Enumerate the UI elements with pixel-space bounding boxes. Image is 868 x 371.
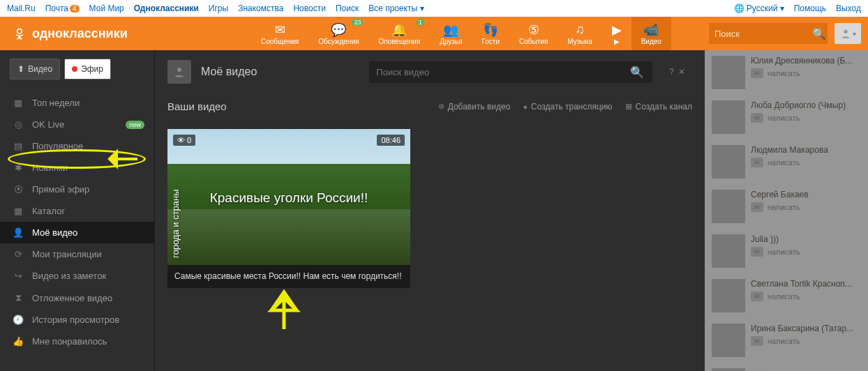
friend-avatar[interactable] (712, 56, 745, 89)
topbar-moimir[interactable]: Мой Мир (89, 3, 124, 13)
topbar-mail[interactable]: Почта4 (45, 3, 80, 13)
friend-avatar[interactable] (712, 368, 745, 371)
sidebar-item-моё-видео[interactable]: 👤Моё видео (0, 222, 154, 243)
video-caption: Самые красивые места России!! Нам есть ч… (167, 265, 410, 288)
sidebar-item-ok-live[interactable]: ◎OK Livenew (0, 114, 154, 135)
sidebar-item-видео-из-заметок[interactable]: ↪Видео из заметок (0, 265, 154, 287)
topbar-language[interactable]: 🌐 Русский ▾ (734, 3, 784, 13)
nav-icon: 🔔 (391, 22, 407, 38)
friend-write-button[interactable]: ✉ написать (751, 158, 861, 167)
friend-name[interactable]: Сергей Бакаев (751, 190, 861, 199)
friend-name[interactable]: Людмила Макарова (751, 145, 861, 155)
friend-write-button[interactable]: ✉ написать (751, 202, 861, 212)
friend-name[interactable]: Юлия Дресвянникова (Б... (751, 56, 861, 66)
menu-label: Прямой эфир (32, 184, 89, 195)
friend-item: Julia ))) ✉ написать (705, 229, 868, 273)
friend-avatar[interactable] (712, 100, 745, 134)
mail-badge: 4 (70, 5, 80, 13)
upload-video-button[interactable]: ⬆Видео (10, 59, 60, 80)
start-live-button[interactable]: Эфир (64, 59, 111, 80)
nav-icon: ⑤ (528, 22, 539, 38)
friend-write-button[interactable]: ✉ написать (751, 292, 861, 301)
action-icon: ● (523, 103, 527, 111)
friend-name[interactable]: Светлана Tortik Красноп... (751, 279, 861, 289)
menu-icon: ⧗ (13, 292, 24, 303)
action-добавить-видео[interactable]: ⊕Добавить видео (438, 102, 511, 112)
action-создать-трансляцию[interactable]: ●Создать трансляцию (523, 102, 612, 112)
topbar-search[interactable]: Поиск (336, 3, 359, 13)
nav-сообщения[interactable]: ✉Сообщения (251, 17, 308, 50)
video-sidebar: ⬆Видео Эфир ▦Топ недели◎OK Livenew▤Попул… (0, 50, 155, 371)
topbar-exit[interactable]: Выход (836, 3, 861, 13)
sidebar-item-отложенное-видео[interactable]: ⧗Отложенное видео (0, 287, 154, 309)
friend-name[interactable]: Ирина Баксарина (Татар... (751, 324, 861, 333)
close-button[interactable]: ✕ (678, 67, 685, 77)
envelope-icon: ✉ (751, 247, 763, 257)
nav-друзья[interactable]: 👥Друзья (430, 17, 472, 50)
globe-icon: 🌐 (734, 3, 744, 13)
nav-label: Гости (482, 38, 500, 45)
friend-write-button[interactable]: ✉ написать (751, 68, 861, 78)
duration-badge: 08:46 (377, 135, 405, 146)
friend-avatar[interactable] (712, 324, 745, 357)
user-avatar[interactable] (167, 60, 191, 84)
menu-label: Мои трансляции (32, 249, 102, 259)
sidebar-item-мои-трансляции[interactable]: ⟳Мои трансляции (0, 243, 154, 265)
video-content: Моё видео 🔍 ? ✕ Ваши видео ⊕Добавить вид… (155, 50, 705, 371)
search-icon[interactable]: 🔍 (812, 27, 826, 40)
topbar-mailru[interactable]: Mail.Ru (7, 3, 36, 13)
sidebar-item-популярное[interactable]: ▤Популярное (0, 135, 154, 157)
friend-name[interactable]: ๖ۣۜANDREY ๖ 82RUS๖ (751, 368, 861, 371)
video-card[interactable]: 👁0 08:46 города и страны Красивые уголки… (167, 129, 410, 288)
video-search-input[interactable] (369, 61, 627, 83)
person-icon (840, 28, 851, 39)
header-search[interactable]: 🔍 (709, 23, 828, 44)
nav-label: Обсуждения (318, 38, 359, 45)
nav-▶[interactable]: ▶▶ (602, 17, 631, 50)
friend-write-button[interactable]: ✉ написать (751, 113, 861, 123)
sidebar-item-каталог[interactable]: ▦Каталог (0, 200, 154, 222)
sidebar-item-топ-недели[interactable]: ▦Топ недели (0, 92, 154, 114)
nav-обсуждения[interactable]: 💬Обсуждения23 (308, 17, 368, 50)
action-создать-канал[interactable]: ▦Создать канал (625, 102, 692, 112)
sidebar-item-мне-понравилось[interactable]: 👍Мне понравилось (0, 331, 154, 352)
friend-avatar[interactable] (712, 190, 745, 223)
svg-point-0 (17, 29, 22, 33)
upload-icon: ⬆ (17, 64, 24, 74)
sidebar-item-новинки[interactable]: ✱Новинки (0, 157, 154, 179)
search-icon[interactable]: 🔍 (627, 66, 647, 79)
topbar-news[interactable]: Новости (293, 3, 325, 13)
friend-name[interactable]: Люба Добриогло (Чмыр) (751, 100, 861, 110)
help-button[interactable]: ? (669, 67, 674, 77)
friend-item: ๖ۣۜANDREY ๖ 82RUS๖ ✉ написать (705, 363, 868, 371)
nav-события[interactable]: ⑤События (509, 17, 558, 50)
friend-avatar[interactable] (712, 145, 745, 179)
profile-avatar-button[interactable]: ▾ (835, 23, 861, 44)
sidebar-item-прямой-эфир[interactable]: ⦿Прямой эфир (0, 179, 154, 200)
menu-label: Новинки (32, 162, 68, 173)
nav-оповещения[interactable]: 🔔Оповещения1 (368, 17, 430, 50)
friend-name[interactable]: Julia ))) (751, 234, 861, 244)
topbar-help[interactable]: Помощь (794, 3, 826, 13)
nav-гости[interactable]: 👣Гости (472, 17, 509, 50)
topbar-games[interactable]: Игры (209, 3, 228, 13)
menu-icon: 👍 (13, 336, 24, 347)
person-icon (173, 66, 186, 78)
topbar-dating[interactable]: Знакомства (238, 3, 283, 13)
ok-logo[interactable]: одноклассники (0, 26, 251, 41)
nav-label: ▶ (614, 38, 620, 45)
sidebar-item-история-просмотров[interactable]: 🕘История просмотров (0, 309, 154, 331)
nav-label: Сообщения (261, 38, 299, 45)
friend-write-button[interactable]: ✉ написать (751, 336, 861, 346)
menu-icon: ▤ (13, 141, 24, 151)
topbar-ok[interactable]: Одноклассники (134, 3, 199, 13)
nav-видео[interactable]: 📹Видео (631, 17, 671, 50)
friend-avatar[interactable] (712, 234, 745, 268)
topbar-allprojects[interactable]: Все проекты ▾ (368, 3, 424, 13)
nav-музыка[interactable]: ♫Музыка (558, 17, 601, 50)
header-search-input[interactable] (714, 29, 812, 39)
video-thumbnail[interactable]: 👁0 08:46 города и страны Красивые уголки… (167, 129, 410, 265)
nav-label: Музыка (567, 38, 592, 45)
friend-avatar[interactable] (712, 279, 745, 312)
friend-write-button[interactable]: ✉ написать (751, 247, 861, 257)
